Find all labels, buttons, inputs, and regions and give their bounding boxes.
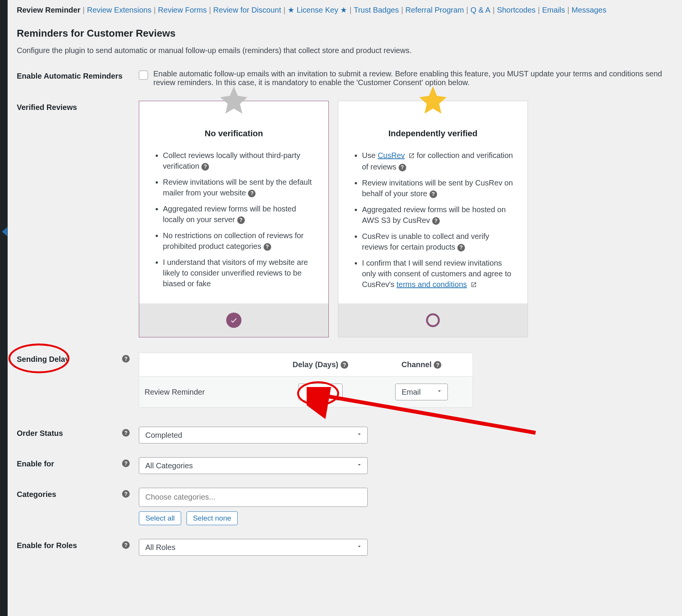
card-yes-title: Independently verified	[352, 129, 514, 139]
help-icon[interactable]: ?	[399, 164, 406, 171]
terms-link[interactable]: terms and conditions	[397, 280, 467, 289]
settings-tabs: Review Reminder | Review Extensions | Re…	[17, 5, 673, 21]
selected-check-icon	[226, 313, 241, 328]
row-verified-reviews: Verified Reviews No verification Collect…	[17, 101, 673, 337]
help-icon[interactable]: ?	[201, 163, 209, 171]
tab-review-discount[interactable]: Review for Discount	[213, 5, 281, 15]
chevron-down-icon	[356, 431, 363, 440]
external-link-icon	[409, 151, 415, 161]
help-icon[interactable]: ?	[434, 361, 441, 369]
list-item: Review invitations will be sent by CusRe…	[362, 177, 514, 199]
collapse-menu-icon[interactable]	[2, 227, 7, 236]
list-item: I confirm that I will send review invita…	[362, 258, 514, 290]
col-channel: Channel	[402, 360, 432, 369]
help-icon[interactable]: ?	[237, 216, 245, 224]
card-no-title: No verification	[153, 129, 315, 139]
table-header-row: Delay (Days) ? Channel ?	[139, 353, 473, 377]
list-item: Review invitations will be sent by the d…	[163, 177, 315, 198]
label-categories: Categories ?	[17, 488, 139, 499]
tab-review-forms[interactable]: Review Forms	[158, 5, 207, 15]
label-sending-delay: Sending Delay ?	[17, 353, 139, 364]
chevron-down-icon	[356, 461, 363, 470]
checkbox-enable-auto[interactable]	[139, 71, 148, 80]
row-order-status: Order Status ? Completed	[17, 427, 673, 443]
enable-for-roles-select[interactable]: All Roles	[139, 539, 368, 556]
star-gold-icon	[416, 84, 450, 121]
select-all-button[interactable]: Select all	[139, 511, 181, 525]
page-title: Reminders for Customer Reviews	[17, 27, 673, 39]
help-icon[interactable]: ?	[122, 429, 130, 437]
row-enable-for: Enable for ? All Categories	[17, 457, 673, 474]
list-item: Aggregated review forms will be hosted o…	[362, 204, 514, 226]
tab-separator: |	[349, 5, 351, 15]
col-delay-days: Delay (Days)	[293, 360, 338, 369]
label-order-status: Order Status ?	[17, 427, 139, 438]
row-categories: Categories ? Choose categories... Select…	[17, 488, 673, 525]
tab-emails[interactable]: Emails	[542, 5, 565, 15]
card-no-footer	[139, 303, 328, 337]
tab-trust-badges[interactable]: Trust Badges	[354, 5, 399, 15]
list-item: Aggregated review forms will be hosted l…	[163, 203, 315, 225]
table-row: Review Reminder Email	[139, 377, 473, 407]
tab-shortcodes[interactable]: Shortcodes	[497, 5, 536, 15]
row-sending-delay: Sending Delay ? Delay (Days) ? Channel ?…	[17, 353, 673, 408]
tab-q-and-a[interactable]: Q & A	[470, 5, 490, 15]
star-grey-icon	[217, 84, 251, 121]
list-item: Collect reviews locally without third-pa…	[163, 150, 315, 171]
cusrev-link[interactable]: CusRev	[378, 151, 405, 160]
unselected-radio-icon	[426, 313, 440, 327]
tab-separator: |	[283, 5, 285, 15]
card-no-verification[interactable]: No verification Collect reviews locally …	[139, 101, 329, 337]
tab-review-reminder[interactable]: Review Reminder	[17, 5, 80, 15]
enable-for-select[interactable]: All Categories	[139, 457, 368, 474]
help-icon[interactable]: ?	[432, 217, 440, 225]
help-icon[interactable]: ?	[122, 460, 130, 467]
tab-separator: |	[538, 5, 540, 15]
label-enable-auto: Enable Automatic Reminders	[17, 69, 139, 81]
row-enable-auto-reminders: Enable Automatic Reminders Enable automa…	[17, 69, 673, 87]
card-verified[interactable]: Independently verified Use CusRev for co…	[338, 101, 528, 337]
external-link-icon	[471, 280, 477, 290]
chevron-down-icon	[356, 543, 363, 552]
list-item: I understand that visitors of my website…	[163, 257, 315, 289]
wp-admin-sidebar	[0, 0, 8, 571]
card-yes-footer	[338, 303, 528, 337]
chevron-down-icon	[436, 388, 443, 397]
tab-license-key[interactable]: ★ License Key ★	[288, 5, 347, 15]
tab-referral-program[interactable]: Referral Program	[405, 5, 464, 15]
channel-select[interactable]: Email	[395, 384, 448, 400]
page-description: Configure the plugin to send automatic o…	[17, 46, 673, 55]
tab-separator: |	[154, 5, 156, 15]
tab-separator: |	[401, 5, 403, 15]
help-icon[interactable]: ?	[457, 244, 465, 252]
settings-page: Review Reminder | Review Extensions | Re…	[8, 0, 682, 571]
help-icon[interactable]: ?	[122, 490, 130, 498]
list-item: CusRev is unable to collect and verify r…	[362, 231, 514, 252]
tab-separator: |	[209, 5, 211, 15]
select-none-button[interactable]: Select none	[187, 511, 238, 525]
list-item: Use CusRev for collection and verificati…	[362, 150, 514, 172]
label-enable-roles: Enable for Roles ?	[17, 539, 139, 550]
tab-separator: |	[466, 5, 468, 15]
help-icon[interactable]: ?	[122, 541, 130, 549]
tab-separator: |	[493, 5, 495, 15]
list-item: No restrictions on collection of reviews…	[163, 230, 315, 252]
tab-separator: |	[567, 5, 569, 15]
row-review-reminder-label: Review Reminder	[139, 388, 269, 397]
help-icon[interactable]: ?	[341, 361, 348, 369]
order-status-select[interactable]: Completed	[139, 427, 368, 443]
tab-separator: |	[83, 5, 85, 15]
help-icon[interactable]: ?	[122, 355, 130, 363]
row-enable-for-roles: Enable for Roles ? All Roles	[17, 539, 673, 556]
label-verified-reviews: Verified Reviews	[17, 101, 139, 112]
help-icon[interactable]: ?	[264, 243, 271, 251]
tab-review-extensions[interactable]: Review Extensions	[87, 5, 151, 15]
help-icon[interactable]: ?	[248, 190, 256, 197]
sending-delay-table: Delay (Days) ? Channel ? Review Reminder…	[139, 353, 473, 408]
categories-multiselect[interactable]: Choose categories...	[139, 488, 368, 507]
help-icon[interactable]: ?	[429, 190, 437, 198]
tab-messages[interactable]: Messages	[571, 5, 606, 15]
label-enable-for: Enable for ?	[17, 457, 139, 468]
delay-days-input[interactable]	[298, 384, 343, 400]
